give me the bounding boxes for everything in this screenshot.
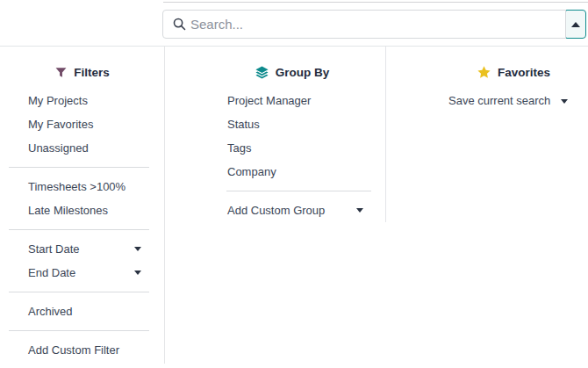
favorites-title: Favorites bbox=[498, 66, 550, 79]
star-icon bbox=[477, 65, 491, 80]
filters-divider-4 bbox=[9, 330, 149, 331]
groupby-item-tags[interactable]: Tags bbox=[165, 136, 385, 160]
caret-down-icon bbox=[356, 208, 363, 213]
groupby-header: Group By bbox=[182, 63, 402, 81]
filters-header: Filters bbox=[0, 63, 164, 81]
groupby-divider bbox=[226, 191, 371, 191]
search-bar bbox=[162, 10, 586, 39]
filters-divider-1 bbox=[9, 167, 149, 168]
filter-item-start-date-label: Start Date bbox=[28, 242, 80, 256]
filters-divider-2 bbox=[9, 229, 149, 230]
caret-up-icon bbox=[571, 22, 580, 27]
filters-title: Filters bbox=[74, 66, 110, 79]
search-options-panel: Filters My Projects My Favorites Unassig… bbox=[0, 46, 588, 364]
filter-funnel-icon bbox=[54, 66, 68, 79]
filter-item-my-favorites[interactable]: My Favorites bbox=[0, 112, 164, 136]
caret-down-icon bbox=[561, 99, 568, 104]
add-custom-group-item[interactable]: Add Custom Group bbox=[165, 198, 385, 222]
add-custom-filter-item[interactable]: Add Custom Filter bbox=[0, 338, 164, 362]
save-current-search-label: Save current search bbox=[448, 94, 550, 107]
filters-divider-3 bbox=[9, 292, 149, 292]
search-input[interactable] bbox=[162, 10, 566, 39]
search-icon bbox=[172, 17, 187, 32]
search-input-wrap bbox=[162, 10, 566, 39]
layers-icon bbox=[255, 65, 269, 80]
filter-item-archived[interactable]: Archived bbox=[0, 299, 164, 323]
groupby-column: Group By Project Manager Status Tags Com… bbox=[165, 47, 386, 222]
filter-item-timesheets[interactable]: Timesheets >100% bbox=[0, 175, 164, 198]
caret-down-icon bbox=[134, 271, 141, 275]
caret-down-icon bbox=[134, 247, 141, 251]
top-divider bbox=[163, 2, 588, 3]
filter-item-my-projects[interactable]: My Projects bbox=[0, 89, 164, 112]
filter-item-end-date[interactable]: End Date bbox=[0, 261, 164, 285]
groupby-item-project-manager[interactable]: Project Manager bbox=[165, 89, 385, 112]
filter-item-end-date-label: End Date bbox=[28, 266, 75, 279]
add-custom-group-label: Add Custom Group bbox=[227, 204, 325, 217]
filter-item-late-milestones[interactable]: Late Milestones bbox=[0, 198, 164, 222]
save-current-search-item[interactable]: Save current search bbox=[386, 89, 588, 112]
groupby-item-status[interactable]: Status bbox=[165, 112, 385, 136]
groupby-item-company[interactable]: Company bbox=[165, 160, 385, 184]
filter-item-unassigned[interactable]: Unassigned bbox=[0, 136, 164, 160]
filters-column: Filters My Projects My Favorites Unassig… bbox=[0, 47, 165, 364]
filter-item-start-date[interactable]: Start Date bbox=[0, 237, 164, 261]
search-dropdown-screen: Filters My Projects My Favorites Unassig… bbox=[0, 0, 588, 368]
search-options-toggle-button[interactable] bbox=[565, 10, 586, 39]
groupby-title: Group By bbox=[276, 66, 330, 79]
favorites-column: Favorites Save current search bbox=[386, 47, 588, 112]
favorites-header: Favorites bbox=[412, 63, 588, 81]
